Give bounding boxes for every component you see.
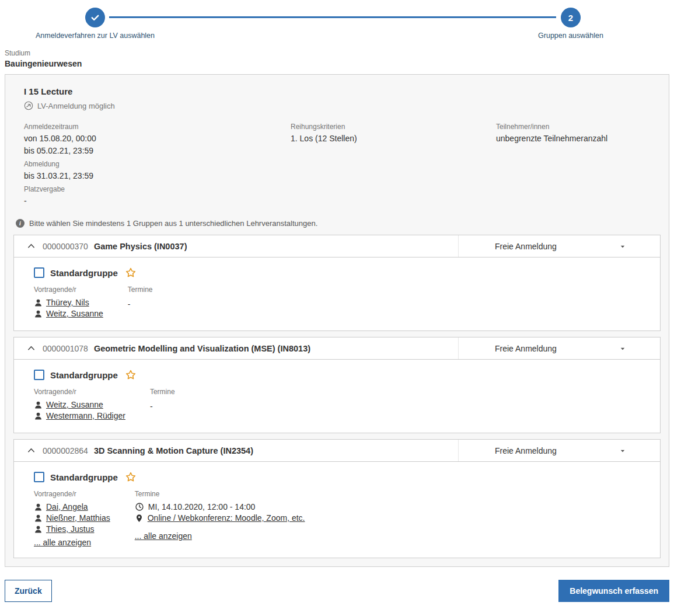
show-all-dates-link[interactable]: ... alle anzeigen (135, 531, 192, 541)
lecturer-link[interactable]: Westermann, Rüdiger (46, 411, 125, 420)
lecturer-link[interactable]: Dai, Angela (46, 502, 88, 511)
lecturers-column: Vortragende/r Thürey, Nils Weitz, Susann… (34, 286, 103, 320)
dates-placeholder: - (150, 400, 175, 413)
dates-label: Termine (128, 286, 153, 294)
selection-hint-text: Bitte wählen Sie mindestens 1 Gruppen au… (29, 219, 317, 228)
submit-registration-button[interactable]: Belegwunsch erfassen (558, 580, 669, 602)
wizard-stepper: Anmeldeverfahren zur LV auswählen 2 Grup… (5, 5, 669, 42)
location-pin-icon (135, 514, 144, 523)
abmeldung-label: Abmeldung (24, 160, 291, 168)
group-name: Standardgruppe (50, 268, 118, 278)
lecturer-link[interactable]: Weitz, Susanne (46, 309, 103, 318)
person-icon (34, 514, 43, 523)
course-card-geometric-modelling: 0000001078 Geometric Modelling and Visua… (13, 337, 661, 433)
group-name: Standardgruppe (50, 472, 118, 482)
person-icon (34, 525, 43, 534)
teilnehmer-value: unbegrenzte Teilnehmeranzahl (496, 133, 661, 145)
participants-column: Teilnehmer/innen unbegrenzte Teilnehmera… (496, 120, 661, 207)
registration-panel: I 15 Lecture LV-Anmeldung möglich Anmeld… (5, 74, 669, 567)
group-checkbox[interactable] (34, 472, 44, 482)
ranking-column: Reihungskriterien 1. Los (12 Stellen) (291, 120, 496, 207)
chevron-down-icon (619, 447, 626, 454)
step-1-circle[interactable] (85, 8, 105, 27)
person-icon (34, 401, 43, 409)
group-name: Standardgruppe (50, 370, 118, 380)
course-number: 0000000370 (43, 242, 88, 251)
dates-label: Termine (135, 490, 305, 498)
platzvergabe-label: Platzvergabe (24, 185, 291, 193)
course-title: 3D Scanning & Motion Capture (IN2354) (94, 446, 253, 455)
registration-type-value: Freie Anmeldung (495, 446, 557, 455)
lecturer-link[interactable]: Nießner, Matthias (46, 513, 110, 523)
course-title: Game Physics (IN0037) (94, 242, 187, 251)
course-number: 0000002864 (43, 446, 88, 455)
person-icon (34, 309, 43, 318)
study-value: Bauingenieurwesen (5, 59, 669, 68)
registration-type-dropdown[interactable]: Freie Anmeldung (458, 440, 660, 461)
dates-placeholder: - (128, 298, 153, 311)
anmeldezeitraum-von: von 15.08.20, 00:00 (24, 133, 291, 145)
collapse-chevron-icon[interactable] (27, 446, 36, 455)
back-button[interactable]: Zurück (5, 580, 52, 602)
anmeldezeitraum-bis: bis 05.02.21, 23:59 (24, 145, 291, 157)
lecturers-column: Vortragende/r Weitz, Susanne Westermann,… (34, 388, 125, 422)
person-icon (34, 412, 43, 420)
abmeldung-bis: bis 31.03.21, 23:59 (24, 170, 291, 182)
stepper-step-1: Anmeldeverfahren zur LV auswählen (36, 8, 155, 40)
registration-type-value: Freie Anmeldung (495, 344, 557, 353)
appointment-location-link[interactable]: Online / Webkonferenz: Moodle, Zoom, etc… (148, 513, 305, 523)
lecturers-label: Vortragende/r (34, 286, 103, 294)
reihungskriterien-value: 1. Los (12 Stellen) (291, 133, 496, 145)
info-icon: i (16, 219, 25, 228)
reihungskriterien-label: Reihungskriterien (291, 123, 496, 131)
course-title: Geometric Modelling and Visualization (M… (94, 344, 310, 353)
anmeldezeitraum-label: Anmeldezeitraum (24, 123, 291, 131)
person-icon (34, 298, 43, 307)
lecturers-label: Vortragende/r (34, 490, 110, 498)
registration-title: I 15 Lecture (24, 86, 661, 96)
study-label: Studium (5, 49, 669, 57)
show-all-lecturers-link[interactable]: ... alle anzeigen (34, 538, 91, 547)
step-2-number: 2 (568, 13, 573, 23)
course-card-3d-scanning: 0000002864 3D Scanning & Motion Capture … (13, 439, 661, 558)
lecturers-label: Vortragende/r (34, 388, 125, 396)
registration-possible-icon (24, 101, 33, 110)
person-icon (34, 503, 43, 511)
step-2-circle[interactable]: 2 (561, 8, 581, 27)
group-checkbox[interactable] (34, 370, 44, 380)
check-icon (90, 12, 100, 23)
appointment-time: MI, 14.10.2020, 12:00 - 14:00 (148, 502, 256, 511)
collapse-chevron-icon[interactable] (27, 242, 36, 250)
chevron-down-icon (619, 345, 626, 352)
platzvergabe-value: - (24, 195, 291, 207)
registration-type-value: Freie Anmeldung (495, 242, 557, 251)
group-checkbox[interactable] (34, 267, 44, 278)
collapse-chevron-icon[interactable] (27, 344, 36, 353)
registration-type-dropdown[interactable]: Freie Anmeldung (458, 235, 660, 257)
registration-period-column: Anmeldezeitraum von 15.08.20, 00:00 bis … (24, 120, 291, 207)
course-number: 0000001078 (43, 344, 88, 353)
registration-type-dropdown[interactable]: Freie Anmeldung (458, 337, 660, 359)
registration-status-text: LV-Anmeldung möglich (37, 102, 115, 110)
step-1-label: Anmeldeverfahren zur LV auswählen (36, 32, 155, 40)
dates-column: Termine MI, 14.10.2020, 12:00 - 14:00 On… (135, 490, 305, 547)
step-2-label: Gruppen auswählen (538, 32, 603, 40)
dates-column: Termine - (150, 388, 175, 422)
chevron-down-icon (619, 243, 626, 250)
dates-label: Termine (150, 388, 175, 396)
favorite-star-icon[interactable] (124, 471, 137, 483)
teilnehmer-label: Teilnehmer/innen (496, 123, 661, 131)
lecturer-link[interactable]: Weitz, Susanne (46, 400, 103, 409)
favorite-star-icon[interactable] (124, 267, 137, 279)
stepper-connector-line (109, 16, 556, 18)
course-card-game-physics: 0000000370 Game Physics (IN0037) Freie A… (13, 235, 661, 331)
lecturers-column: Vortragende/r Dai, Angela Nießner, Matth… (34, 490, 110, 547)
clock-icon (135, 502, 144, 511)
lecturer-link[interactable]: Thürey, Nils (46, 298, 89, 307)
favorite-star-icon[interactable] (124, 369, 137, 381)
dates-column: Termine - (128, 286, 153, 320)
lecturer-link[interactable]: Thies, Justus (46, 524, 94, 534)
stepper-step-2: 2 Gruppen auswählen (538, 8, 603, 40)
